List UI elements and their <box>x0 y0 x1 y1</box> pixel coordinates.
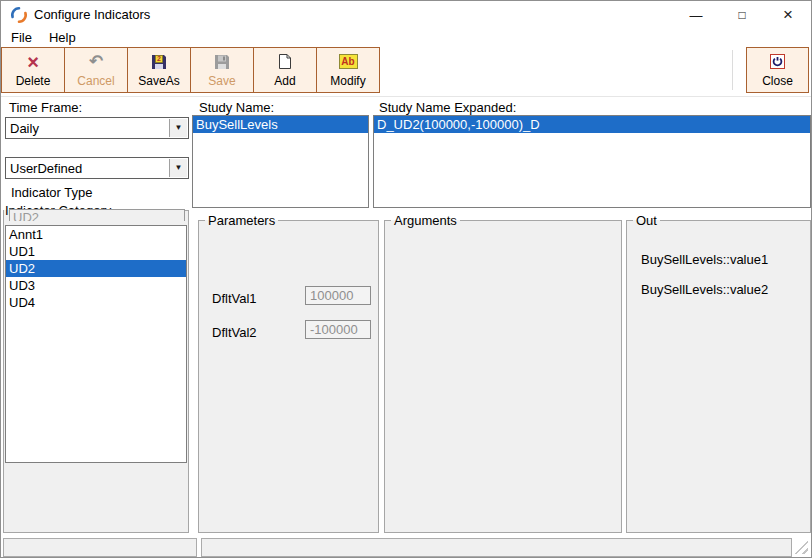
rename-ab-icon: Ab <box>339 52 358 71</box>
saveas-button[interactable]: 2 SaveAs <box>127 47 191 93</box>
close-button-label: Close <box>762 75 793 88</box>
out-group: Out BuySellLevels::value1 BuySellLevels:… <box>626 213 811 533</box>
time-frame-select[interactable]: Daily ▼ <box>5 117 189 139</box>
time-frame-label: Time Frame: <box>9 100 82 115</box>
list-item[interactable]: Annt1 <box>6 226 186 243</box>
dfltval2-input <box>305 320 371 339</box>
list-item[interactable]: UD1 <box>6 243 186 260</box>
arguments-group: Arguments <box>384 213 622 533</box>
save-button[interactable]: Save <box>190 47 254 93</box>
delete-x-icon: × <box>27 52 39 71</box>
chevron-down-icon: ▼ <box>175 164 183 172</box>
add-button[interactable]: Add <box>253 47 317 93</box>
parameters-group-title: Parameters <box>205 213 278 228</box>
study-name-expanded-listbox[interactable]: D_UD2(100000,-100000)_D <box>373 115 811 208</box>
toolbar-button-strip: × Delete ↶ Cancel 2 SaveAs <box>1 47 380 93</box>
window-title: Configure Indicators <box>34 7 150 22</box>
study-name-label: Study Name: <box>199 100 274 115</box>
toolbar: × Delete ↶ Cancel 2 SaveAs <box>1 47 811 93</box>
delete-button-label: Delete <box>16 75 51 88</box>
indicator-type-select[interactable]: UserDefined ▼ <box>5 157 189 179</box>
close-toolbar-button[interactable]: Close <box>746 47 809 93</box>
maximize-button[interactable]: □ <box>719 1 765 29</box>
undo-arrow-icon: ↶ <box>89 52 103 71</box>
indicator-type-dropdown-button[interactable]: ▼ <box>169 159 187 177</box>
indicator-type-label: Indicator Type <box>11 185 92 200</box>
window-close-button[interactable]: × <box>765 1 811 29</box>
chevron-down-icon: ▼ <box>175 124 183 132</box>
add-button-label: Add <box>274 75 295 88</box>
ab-glyph: Ab <box>339 54 358 69</box>
modify-button[interactable]: Ab Modify <box>316 47 380 93</box>
toolbar-separator <box>732 50 733 90</box>
menubar: File Help <box>1 29 811 47</box>
list-item[interactable]: UD3 <box>6 277 186 294</box>
study-name-expanded-label: Study Name Expanded: <box>379 100 516 115</box>
toolbar-underline <box>1 96 811 97</box>
titlebar: Configure Indicators — □ × <box>1 1 811 29</box>
list-item-selected[interactable]: D_UD2(100000,-100000)_D <box>374 116 810 133</box>
delete-button[interactable]: × Delete <box>1 47 65 93</box>
arguments-group-title: Arguments <box>391 213 460 228</box>
status-pane-right <box>201 538 792 557</box>
indicator-category-value: UD2 <box>9 209 185 221</box>
resize-grip[interactable] <box>794 540 808 554</box>
menu-item-help[interactable]: Help <box>46 29 84 47</box>
menu-item-file[interactable]: File <box>8 29 40 47</box>
dfltval1-input <box>305 286 371 305</box>
list-item-selected[interactable]: BuySellLevels <box>193 116 368 133</box>
out-value-2: BuySellLevels::value2 <box>641 282 768 297</box>
save-floppy-icon <box>214 52 230 71</box>
parameters-group: Parameters DfltVal1 DfltVal2 <box>198 213 379 533</box>
save-button-label: Save <box>208 75 235 88</box>
minimize-button[interactable]: — <box>673 1 719 29</box>
dfltval1-label: DfltVal1 <box>212 291 257 306</box>
list-item-selected[interactable]: UD2 <box>6 260 186 277</box>
status-pane-left <box>3 538 197 557</box>
time-frame-value: Daily <box>10 121 39 136</box>
modify-button-label: Modify <box>330 75 365 88</box>
save-as-floppy-icon: 2 <box>151 52 167 71</box>
category-listbox[interactable]: Annt1 UD1 UD2 UD3 UD4 <box>5 225 187 463</box>
saveas-button-label: SaveAs <box>138 75 179 88</box>
dfltval2-label: DfltVal2 <box>212 325 257 340</box>
time-frame-dropdown-button[interactable]: ▼ <box>169 119 187 137</box>
cancel-button-label: Cancel <box>77 75 114 88</box>
study-name-listbox[interactable]: BuySellLevels <box>192 115 369 208</box>
new-page-icon <box>278 52 292 71</box>
list-item[interactable]: UD4 <box>6 294 186 311</box>
indicator-type-value: UserDefined <box>10 161 82 176</box>
out-group-title: Out <box>633 213 660 228</box>
configure-indicators-window: Configure Indicators — □ × File Help × D… <box>0 0 812 558</box>
power-close-icon <box>770 52 785 71</box>
out-value-1: BuySellLevels::value1 <box>641 252 768 267</box>
cancel-button[interactable]: ↶ Cancel <box>64 47 128 93</box>
svg-text:2: 2 <box>157 55 161 62</box>
app-logo-icon <box>10 6 28 24</box>
